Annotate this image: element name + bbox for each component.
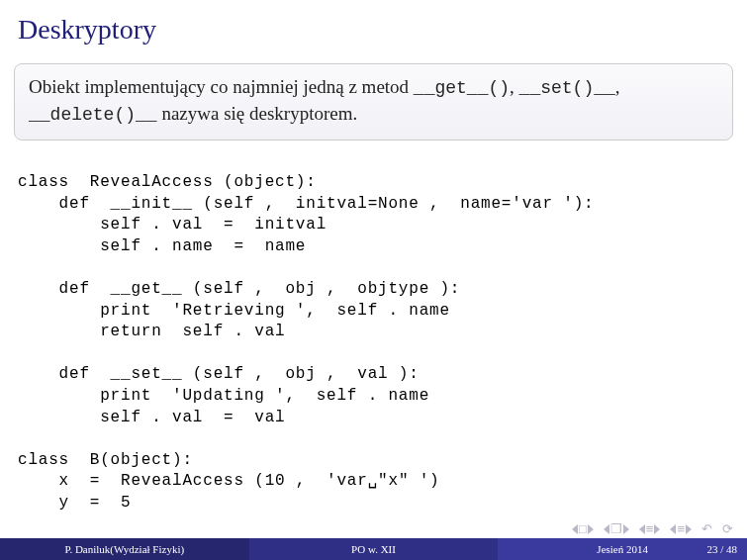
nav-back-icon[interactable]: ↶	[701, 521, 712, 536]
code-line: class RevealAccess (object):	[18, 173, 317, 191]
sep: ,	[615, 76, 620, 97]
code-listing: class RevealAccess (object): def __init_…	[18, 150, 733, 513]
code-line: def __set__ (self , obj , val ):	[18, 365, 420, 383]
nav-first-icon[interactable]: □	[572, 521, 594, 536]
block-text-2: nazywa się deskryptorem.	[157, 103, 358, 124]
method-set: __set()__	[519, 78, 615, 98]
nav-icon-bar: □ ❐ ≡ ≡ ↶ ⟳	[572, 521, 733, 536]
code-line: return self . val	[18, 323, 285, 340]
footer-bar: P. Daniluk(Wydział Fizyki) PO w. XII Jes…	[0, 538, 747, 560]
footer-term: Jesień 2014	[597, 543, 648, 555]
slide: Deskryptory Obiekt implementujący co naj…	[0, 0, 747, 560]
code-line: def __init__ (self , initval=None , name…	[18, 195, 595, 213]
block-text-1: Obiekt implementujący co najmniej jedną …	[29, 76, 414, 97]
definition-block: Obiekt implementujący co najmniej jedną …	[14, 63, 733, 140]
sep: ,	[510, 76, 519, 97]
code-line: print 'Updating ', self . name	[18, 387, 429, 405]
nav-search-icon[interactable]: ⟳	[722, 521, 733, 536]
method-get: __get__()	[414, 78, 510, 98]
footer-title: PO w. XII	[249, 538, 499, 560]
code-line: print 'Retrieving ', self . name	[18, 302, 450, 320]
footer-right: Jesień 2014 23 / 48	[498, 538, 747, 560]
code-line: self . val = initval	[18, 216, 327, 233]
code-line: def __get__ (self , obj , objtype ):	[18, 280, 460, 298]
code-line: x = RevealAccess (10 , 'var␣"x" ')	[18, 472, 440, 490]
footer-author: P. Daniluk(Wydział Fizyki)	[0, 538, 249, 560]
code-line: class B(object):	[18, 451, 193, 469]
nav-subsection-icon[interactable]: ≡	[670, 521, 692, 536]
method-delete: __delete()__	[29, 105, 157, 125]
footer-pages: 23 / 48	[706, 543, 737, 555]
nav-section-icon[interactable]: ≡	[639, 521, 661, 536]
nav-prev-icon[interactable]: ❐	[604, 521, 629, 536]
code-line: y = 5	[18, 494, 131, 512]
slide-title: Deskryptory	[0, 0, 747, 55]
code-line: self . name = name	[18, 237, 306, 255]
code-line: self . val = val	[18, 409, 285, 426]
